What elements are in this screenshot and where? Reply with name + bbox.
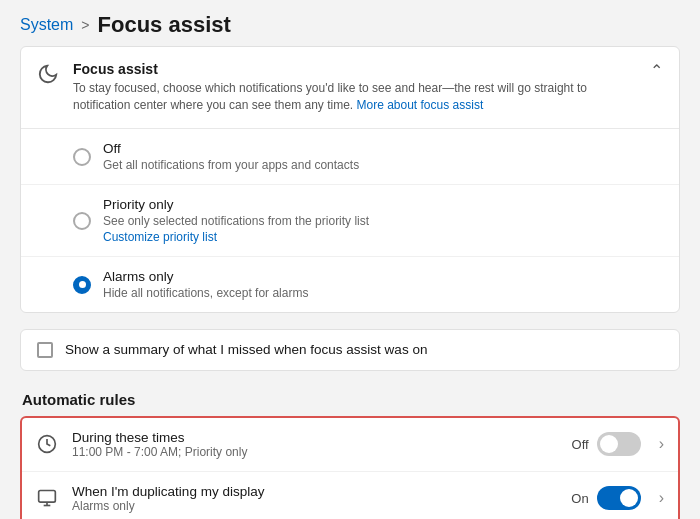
toggle-label-during-times: Off (572, 437, 589, 452)
radio-content-priority: Priority only See only selected notifica… (103, 197, 369, 244)
rule-sub-during-times: 11:00 PM - 7:00 AM; Priority only (72, 445, 558, 459)
rule-sub-duplicating-display: Alarms only (72, 499, 557, 513)
toggle-area-during-times: Off (572, 432, 641, 456)
radio-off[interactable] (73, 148, 91, 166)
rule-text-duplicating-display: When I'm duplicating my display Alarms o… (72, 484, 557, 513)
toggle-area-duplicating-display: On (571, 486, 640, 510)
svg-rect-1 (39, 491, 56, 503)
monitor-icon (36, 487, 58, 509)
toggle-thumb-duplicating-display (620, 489, 638, 507)
radio-priority-label: Priority only (103, 197, 369, 212)
radio-off-sub: Get all notifications from your apps and… (103, 158, 359, 172)
rule-row-during-times[interactable]: During these times 11:00 PM - 7:00 AM; P… (22, 418, 678, 472)
radio-wrap-alarms: Alarms only Hide all notifications, exce… (73, 269, 308, 300)
radio-alarms-sub: Hide all notifications, except for alarm… (103, 286, 308, 300)
radio-wrap-priority: Priority only See only selected notifica… (73, 197, 369, 244)
chevron-duplicating-display-icon[interactable]: › (659, 489, 664, 507)
clock-icon (36, 433, 58, 455)
radio-priority[interactable] (73, 212, 91, 230)
toggle-during-times[interactable] (597, 432, 641, 456)
focus-header: Focus assist To stay focused, choose whi… (21, 47, 679, 129)
radio-content-off: Off Get all notifications from your apps… (103, 141, 359, 172)
focus-header-left: Focus assist To stay focused, choose whi… (37, 61, 638, 114)
rule-text-during-times: During these times 11:00 PM - 7:00 AM; P… (72, 430, 558, 459)
focus-assist-card: Focus assist To stay focused, choose whi… (20, 46, 680, 313)
radio-wrap-off: Off Get all notifications from your apps… (73, 141, 359, 172)
radio-priority-sub: See only selected notifications from the… (103, 214, 369, 228)
focus-assist-title: Focus assist (73, 61, 638, 77)
radio-off-label: Off (103, 141, 359, 156)
rule-row-duplicating-display[interactable]: When I'm duplicating my display Alarms o… (22, 472, 678, 519)
collapse-chevron-icon[interactable]: ⌃ (650, 61, 663, 80)
summary-label: Show a summary of what I missed when foc… (65, 342, 427, 357)
radio-content-alarms: Alarms only Hide all notifications, exce… (103, 269, 308, 300)
radio-option-priority[interactable]: Priority only See only selected notifica… (21, 185, 679, 257)
automatic-rules-title: Automatic rules (20, 391, 680, 408)
breadcrumb: System > Focus assist (0, 0, 700, 46)
chevron-during-times-icon[interactable]: › (659, 435, 664, 453)
summary-checkbox[interactable] (37, 342, 53, 358)
toggle-thumb-during-times (600, 435, 618, 453)
moon-icon (37, 63, 59, 85)
radio-option-off[interactable]: Off Get all notifications from your apps… (21, 129, 679, 185)
more-about-link[interactable]: More about focus assist (357, 98, 484, 112)
radio-alarms[interactable] (73, 276, 91, 294)
page-title: Focus assist (98, 12, 231, 38)
breadcrumb-separator: > (81, 17, 89, 33)
customize-priority-link[interactable]: Customize priority list (103, 230, 369, 244)
radio-option-alarms[interactable]: Alarms only Hide all notifications, exce… (21, 257, 679, 312)
main-content: Focus assist To stay focused, choose whi… (0, 46, 700, 519)
automatic-rules-card: During these times 11:00 PM - 7:00 AM; P… (20, 416, 680, 519)
radio-alarms-label: Alarms only (103, 269, 308, 284)
rule-title-during-times: During these times (72, 430, 558, 445)
rule-title-duplicating-display: When I'm duplicating my display (72, 484, 557, 499)
toggle-label-duplicating-display: On (571, 491, 588, 506)
focus-text-block: Focus assist To stay focused, choose whi… (73, 61, 638, 114)
focus-assist-description: To stay focused, choose which notificati… (73, 80, 638, 114)
breadcrumb-system[interactable]: System (20, 16, 73, 34)
summary-row[interactable]: Show a summary of what I missed when foc… (20, 329, 680, 371)
toggle-duplicating-display[interactable] (597, 486, 641, 510)
